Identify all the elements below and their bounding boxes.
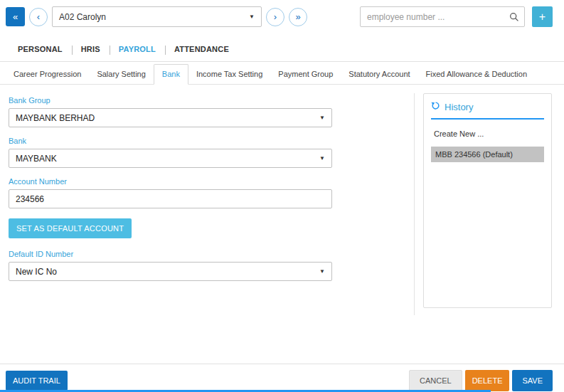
account-number-input[interactable] <box>16 194 325 204</box>
top-toolbar: « ‹ A02 Carolyn ▼ › » + <box>0 0 564 33</box>
caret-down-icon: ▼ <box>319 155 325 161</box>
bank-select-value: MAYBANK <box>16 154 57 164</box>
default-id-select-value: New IC No <box>16 267 57 277</box>
bank-group-label: Bank Group <box>9 96 411 105</box>
employee-select[interactable]: A02 Carolyn ▼ <box>52 6 262 27</box>
double-chevron-left-icon: « <box>13 11 18 22</box>
content-area: Bank Group MAYBANK BERHAD ▼ Bank MAYBANK… <box>0 85 564 358</box>
account-number-input-wrap <box>9 189 332 208</box>
history-item-selected[interactable]: MBB 234566 (Default) <box>431 147 544 162</box>
payroll-sub-tab-bar: Career Progression Salary Setting Bank I… <box>0 62 564 85</box>
subtab-income-tax-setting[interactable]: Income Tax Setting <box>188 65 270 84</box>
history-header: History <box>431 101 544 120</box>
subtab-salary-setting[interactable]: Salary Setting <box>89 65 153 84</box>
prev-employee-button[interactable]: ‹ <box>29 8 48 26</box>
bank-label: Bank <box>9 137 411 145</box>
default-id-field: Default ID Number New IC No ▼ <box>9 250 411 281</box>
tab-payroll[interactable]: PAYROLL <box>110 41 165 61</box>
history-icon <box>431 101 440 112</box>
account-number-field: Account Number <box>9 177 411 208</box>
subtab-bank[interactable]: Bank <box>154 64 188 85</box>
audit-trail-button[interactable]: AUDIT TRAIL <box>6 371 68 391</box>
cancel-button[interactable]: CANCEL <box>409 370 462 391</box>
double-chevron-right-icon: » <box>295 12 300 21</box>
bank-group-select-value: MAYBANK BERHAD <box>16 113 95 123</box>
bank-form: Bank Group MAYBANK BERHAD ▼ Bank MAYBANK… <box>6 93 415 315</box>
bank-select[interactable]: MAYBANK ▼ <box>9 149 332 168</box>
search-icon[interactable] <box>509 12 519 22</box>
history-item-create-new[interactable]: Create New ... <box>431 126 544 142</box>
subtab-payment-group[interactable]: Payment Group <box>270 65 341 84</box>
tab-hris[interactable]: HRIS <box>72 41 110 61</box>
bank-group-select[interactable]: MAYBANK BERHAD ▼ <box>9 108 332 127</box>
employee-select-value: A02 Carolyn <box>59 12 106 22</box>
caret-down-icon: ▼ <box>249 14 255 20</box>
default-id-label: Default ID Number <box>9 250 411 258</box>
account-number-label: Account Number <box>9 177 411 186</box>
employee-search <box>360 6 525 27</box>
save-button[interactable]: SAVE <box>512 370 553 391</box>
footer-bar: AUDIT TRAIL CANCEL DELETE SAVE <box>0 364 564 391</box>
next-employee-button[interactable]: › <box>266 8 284 26</box>
chevron-right-icon: › <box>274 12 277 21</box>
tab-personal[interactable]: PERSONAL <box>9 41 72 61</box>
history-title: History <box>445 102 473 112</box>
footer-actions: CANCEL DELETE SAVE <box>409 370 553 391</box>
add-employee-button[interactable]: + <box>532 6 553 27</box>
subtab-statutory-account[interactable]: Statutory Account <box>341 65 417 84</box>
subtab-fixed-allowance-deduction[interactable]: Fixed Allowance & Deduction <box>418 65 535 84</box>
tab-attendance[interactable]: ATTENDANCE <box>165 41 238 61</box>
first-employee-button[interactable]: « <box>6 7 25 26</box>
employee-search-input[interactable] <box>367 12 509 22</box>
chevron-left-icon: ‹ <box>37 12 40 21</box>
bank-group-field: Bank Group MAYBANK BERHAD ▼ <box>9 96 411 127</box>
set-default-account-button[interactable]: SET AS DEFAULT ACCOUNT <box>9 218 132 238</box>
caret-down-icon: ▼ <box>319 115 325 121</box>
caret-down-icon: ▼ <box>319 268 325 275</box>
history-panel: History Create New ... MBB 234566 (Defau… <box>423 93 552 308</box>
subtab-career-progression[interactable]: Career Progression <box>6 65 89 84</box>
last-employee-button[interactable]: » <box>289 8 307 26</box>
bank-field: Bank MAYBANK ▼ <box>9 137 411 168</box>
main-tab-bar: PERSONAL HRIS PAYROLL ATTENDANCE <box>0 33 564 62</box>
default-id-select[interactable]: New IC No ▼ <box>9 262 332 281</box>
delete-button[interactable]: DELETE <box>465 370 510 391</box>
employee-payroll-bank-page: « ‹ A02 Carolyn ▼ › » + PERSONA <box>0 0 564 358</box>
